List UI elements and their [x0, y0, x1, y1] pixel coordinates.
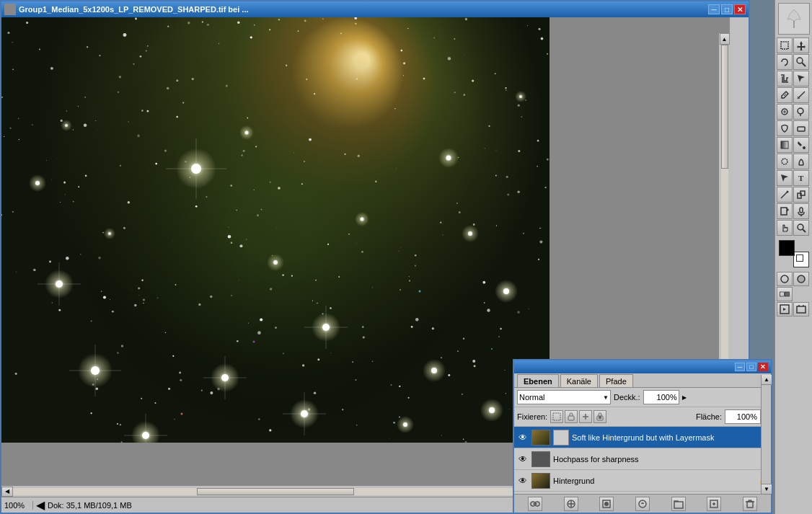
path-selection-tool[interactable]	[777, 170, 793, 186]
layers-close-button[interactable]: ✕	[758, 363, 768, 371]
jump-button[interactable]	[777, 302, 793, 316]
lock-transparent-button[interactable]	[550, 410, 563, 423]
pen-tool[interactable]	[777, 187, 793, 203]
healing-brush-tool[interactable]	[777, 104, 793, 120]
slice-tool[interactable]	[793, 71, 809, 87]
tool-grid: T	[777, 37, 811, 236]
delete-layer-button[interactable]	[743, 497, 757, 511]
v-scroll-thumb[interactable]	[721, 45, 728, 169]
zoom-level: 100%	[4, 501, 33, 510]
svg-text:T: T	[798, 174, 804, 182]
lock-pixels-button[interactable]	[565, 410, 578, 423]
opacity-input[interactable]: 100%	[643, 390, 679, 404]
quick-mask-button[interactable]	[793, 272, 809, 286]
h-scroll-track[interactable]	[13, 488, 538, 495]
fix-icons	[550, 410, 606, 423]
magic-wand-tool[interactable]	[793, 54, 809, 70]
layer-visibility-toggle[interactable]: 👁	[517, 453, 529, 465]
lock-all-button[interactable]	[593, 410, 606, 423]
layer-visibility-toggle[interactable]: 👁	[517, 432, 529, 443]
layer-effects-button[interactable]	[564, 497, 578, 511]
paint-bucket-tool[interactable]	[793, 137, 809, 153]
rectangular-marquee-tool[interactable]	[777, 37, 793, 53]
tab-pfade[interactable]: Pfade	[599, 374, 633, 387]
ps-logo	[778, 3, 810, 35]
svg-marker-33	[783, 308, 786, 311]
notes-tool[interactable]	[777, 203, 793, 219]
status-arrow-left[interactable]: ◀	[36, 498, 45, 512]
horizontal-scrollbar[interactable]: ◀ ▶	[1, 485, 550, 497]
layer-mask-thumbnail	[553, 430, 569, 446]
svg-rect-30	[780, 292, 785, 296]
svg-rect-23	[781, 208, 787, 215]
layer-name: Hochpass for sharpness	[553, 455, 768, 464]
layer-mask-button[interactable]	[599, 497, 614, 511]
fix-label: Fixieren:	[517, 412, 547, 421]
clone-stamp-tool[interactable]	[793, 104, 809, 120]
layer-row[interactable]: 👁 Hintergrund 🔒	[514, 470, 771, 492]
eraser-tool[interactable]	[793, 120, 809, 136]
layers-scrollbar[interactable]: ▲ ▼	[761, 375, 771, 494]
layer-visibility-toggle[interactable]: 👁	[517, 475, 529, 487]
foreground-color[interactable]	[779, 240, 795, 256]
measure-tool[interactable]	[793, 87, 809, 103]
minimize-button[interactable]: ─	[708, 4, 720, 14]
new-layer-button[interactable]	[707, 497, 721, 511]
flaeche-input[interactable]: 100%	[725, 409, 761, 424]
svg-point-16	[782, 159, 787, 164]
layers-tabs: Ebenen Kanäle Pfade ►	[514, 373, 771, 388]
scroll-left-button[interactable]: ◀	[1, 487, 13, 497]
svg-rect-38	[568, 416, 574, 420]
screen-mode-button[interactable]	[777, 287, 793, 301]
layer-name: Soft like Hintergrund but with Layermask	[572, 433, 768, 442]
shape-tool[interactable]	[793, 187, 809, 203]
svg-rect-42	[599, 416, 601, 419]
blend-mode-arrow: ▼	[603, 394, 609, 401]
scroll-up-button[interactable]: ▲	[720, 33, 730, 45]
blur-tool[interactable]	[777, 154, 793, 169]
layers-scroll-down-button[interactable]: ▼	[762, 484, 772, 494]
lasso-tool[interactable]	[777, 54, 793, 70]
svg-marker-18	[781, 174, 788, 182]
new-group-button[interactable]	[671, 497, 686, 511]
layer-row[interactable]: 👁 Soft like Hintergrund but with Layerma…	[514, 427, 771, 448]
maximize-button[interactable]: □	[721, 4, 733, 14]
opacity-stepper[interactable]: ▶	[682, 394, 687, 401]
svg-point-20	[787, 191, 789, 193]
new-adjustment-layer-button[interactable]	[635, 497, 650, 511]
color-swatches[interactable]	[779, 240, 809, 267]
hand-tool[interactable]	[777, 220, 793, 236]
svg-rect-13	[798, 127, 805, 131]
app-icon	[4, 4, 16, 15]
svg-rect-31	[785, 292, 790, 296]
svg-point-29	[798, 275, 805, 283]
standard-mode-button[interactable]	[777, 272, 793, 286]
zoom-tool[interactable]	[793, 220, 809, 236]
move-tool[interactable]	[793, 37, 809, 53]
svg-marker-4	[798, 75, 805, 82]
lock-position-button[interactable]	[579, 410, 592, 423]
toolbar-top	[777, 3, 811, 35]
eyedropper-tool[interactable]	[777, 87, 793, 103]
layer-link-button[interactable]	[528, 497, 542, 511]
audio-tool[interactable]	[793, 203, 809, 219]
gradient-tool[interactable]	[777, 137, 793, 153]
svg-point-26	[798, 224, 803, 230]
type-tool[interactable]: T	[793, 170, 809, 186]
extra-button[interactable]	[793, 302, 809, 316]
blend-mode-value: Normal	[519, 393, 544, 402]
crop-tool[interactable]	[777, 71, 793, 87]
svg-point-11	[798, 108, 803, 114]
tab-kanaele[interactable]: Kanäle	[560, 374, 598, 387]
swap-colors-icon[interactable]	[796, 254, 803, 262]
history-brush-tool[interactable]	[777, 120, 793, 136]
close-button[interactable]: ✕	[734, 4, 746, 14]
layers-scroll-up-button[interactable]: ▲	[762, 375, 772, 385]
dodge-tool[interactable]	[793, 154, 809, 169]
blend-mode-select[interactable]: Normal ▼	[517, 390, 611, 404]
h-scroll-thumb[interactable]	[197, 488, 354, 495]
layer-row[interactable]: 👁 Hochpass for sharpness	[514, 448, 771, 470]
tab-ebenen[interactable]: Ebenen	[517, 374, 559, 387]
layers-maximize-button[interactable]: □	[746, 363, 756, 371]
layers-minimize-button[interactable]: ─	[735, 363, 745, 371]
